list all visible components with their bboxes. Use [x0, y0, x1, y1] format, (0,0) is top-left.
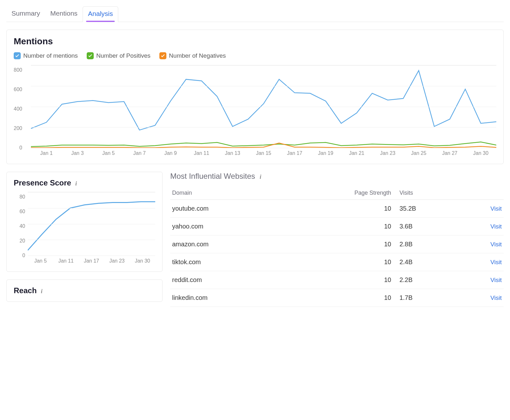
col-action	[462, 186, 504, 200]
legend-label: Number of mentions	[23, 52, 78, 59]
cell-domain: yahoo.com	[170, 218, 281, 235]
col-domain: Domain	[170, 186, 281, 200]
cell-domain: tiktok.com	[170, 253, 281, 271]
visit-link[interactable]: Visit	[490, 277, 502, 283]
mentions-chart: 8006004002000 Jan 1Jan 3Jan 5Jan 7Jan 9J…	[14, 65, 496, 157]
cell-strength: 10	[281, 253, 393, 271]
mentions-title: Mentions	[14, 36, 496, 47]
checkbox-icon	[159, 52, 166, 59]
col-strength: Page Strength	[281, 186, 393, 200]
legend-item-negatives[interactable]: Number of Negatives	[159, 52, 226, 59]
viewport: SummaryMentionsAnalysis Mentions Number …	[6, 6, 504, 307]
checkbox-icon	[14, 52, 21, 59]
visit-link[interactable]: Visit	[490, 223, 502, 230]
presence-title: Presence Score i	[14, 178, 155, 187]
table-row: tiktok.com102.4BVisit	[170, 253, 504, 271]
legend-label: Number of Negatives	[169, 52, 226, 59]
influential-websites-section: Most Influential Websites i Domain Page …	[170, 172, 504, 307]
info-icon[interactable]: i	[258, 174, 263, 180]
websites-title: Most Influential Websites i	[170, 172, 504, 181]
table-row: linkedin.com101.7BVisit	[170, 289, 504, 307]
cell-visits: 2.2B	[393, 271, 462, 289]
visit-link[interactable]: Visit	[490, 294, 502, 301]
table-row: reddit.com102.2BVisit	[170, 271, 504, 289]
info-icon[interactable]: i	[73, 181, 79, 186]
legend-item-positives[interactable]: Number of Positives	[87, 52, 150, 59]
tab-mentions[interactable]: Mentions	[45, 6, 83, 22]
tab-summary[interactable]: Summary	[6, 6, 45, 22]
visit-link[interactable]: Visit	[490, 259, 502, 265]
table-row: youtube.com1035.2BVisit	[170, 200, 504, 218]
visit-link[interactable]: Visit	[490, 205, 502, 212]
cell-strength: 10	[281, 271, 393, 289]
mentions-legend: Number of mentions Number of Positives N…	[14, 52, 496, 59]
legend-item-mentions[interactable]: Number of mentions	[14, 52, 78, 59]
cell-domain: amazon.com	[170, 235, 281, 253]
cell-visits: 1.7B	[393, 289, 462, 307]
tabs: SummaryMentionsAnalysis	[6, 6, 504, 22]
websites-table: Domain Page Strength Visits youtube.com1…	[170, 186, 504, 307]
cell-domain: linkedin.com	[170, 289, 281, 307]
visit-link[interactable]: Visit	[490, 241, 502, 248]
presence-chart: 806040200 Jan 5Jan 11Jan 17Jan 23Jan 30	[14, 192, 155, 265]
legend-label: Number of Positives	[96, 52, 150, 59]
col-visits: Visits	[393, 186, 462, 200]
table-row: yahoo.com103.6BVisit	[170, 218, 504, 235]
cell-visits: 3.6B	[393, 218, 462, 235]
presence-card: Presence Score i 806040200 Jan 5Jan 11Ja…	[6, 172, 163, 272]
reach-title: Reach i	[14, 286, 155, 295]
tab-analysis[interactable]: Analysis	[83, 6, 118, 22]
table-row: amazon.com102.8BVisit	[170, 235, 504, 253]
checkbox-icon	[87, 52, 94, 59]
cell-visits: 2.4B	[393, 253, 462, 271]
info-icon[interactable]: i	[39, 288, 45, 294]
cell-domain: reddit.com	[170, 271, 281, 289]
cell-strength: 10	[281, 235, 393, 253]
cell-strength: 10	[281, 218, 393, 235]
cell-visits: 35.2B	[393, 200, 462, 218]
cell-strength: 10	[281, 200, 393, 218]
mentions-card: Mentions Number of mentions Number of Po…	[6, 30, 504, 164]
cell-strength: 10	[281, 289, 393, 307]
cell-domain: youtube.com	[170, 200, 281, 218]
cell-visits: 2.8B	[393, 235, 462, 253]
reach-card: Reach i	[6, 279, 163, 302]
